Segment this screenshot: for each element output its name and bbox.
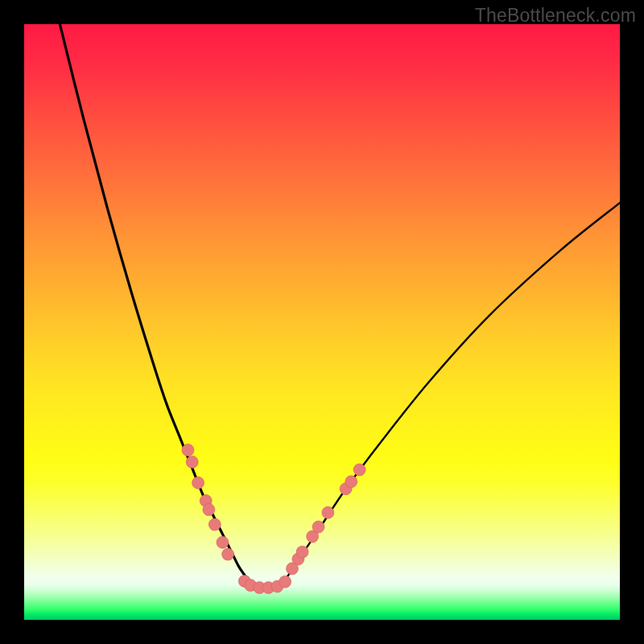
right-curve [280, 203, 620, 584]
watermark-text: TheBottleneck.com [475, 5, 636, 27]
marker-right-mid [312, 521, 324, 533]
marker-right-low [296, 546, 308, 558]
marker-floor [279, 576, 291, 588]
data-markers [182, 444, 365, 594]
marker-right-upper [353, 464, 365, 476]
marker-left-mid [208, 518, 221, 530]
marker-left-upper [182, 444, 194, 456]
marker-right-upper [345, 476, 357, 488]
plot-area [24, 24, 620, 620]
chart-frame: TheBottleneck.com [0, 0, 644, 644]
chart-svg [24, 24, 620, 620]
left-curve [60, 24, 250, 584]
marker-left-mid [203, 504, 215, 516]
marker-right-mid [322, 506, 334, 518]
marker-left-low [217, 536, 229, 548]
marker-left-low [222, 548, 234, 560]
marker-left-upper [192, 477, 204, 489]
marker-left-upper [186, 456, 198, 468]
